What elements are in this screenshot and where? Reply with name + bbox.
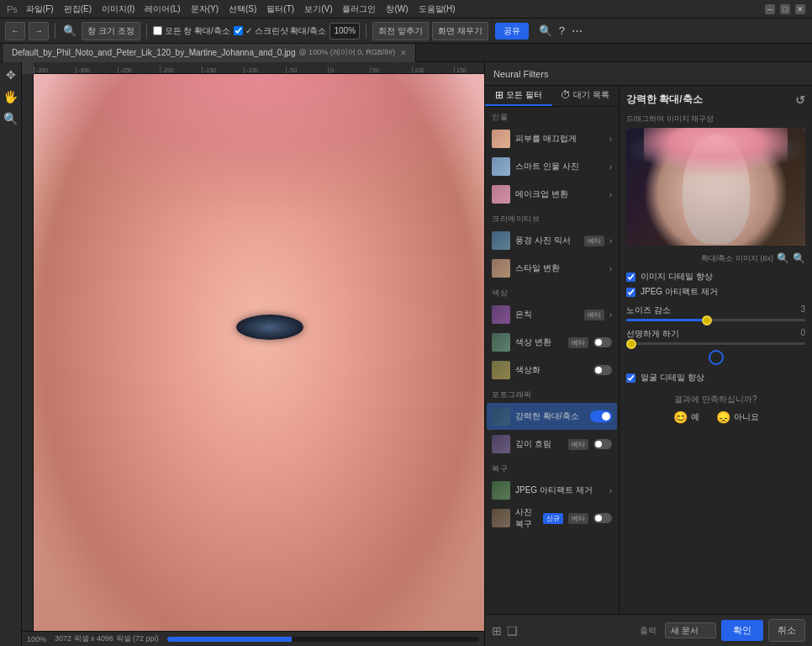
checkbox-image-detail-input[interactable] bbox=[626, 273, 635, 282]
prev-frame-button[interactable]: 최전 앞추기 bbox=[372, 22, 429, 40]
close-button[interactable]: ✕ bbox=[795, 4, 805, 14]
badge-new-restore: 신규 bbox=[543, 513, 563, 524]
filter-thumb-style bbox=[492, 259, 510, 278]
canvas-dimensions: 3072 픽셀 x 4096 픽셀 (72 ppi) bbox=[55, 633, 159, 644]
filter-style-transfer[interactable]: 스타일 변환 › bbox=[487, 255, 617, 282]
menu-text[interactable]: 문자(Y) bbox=[191, 3, 219, 15]
back-button[interactable]: ← bbox=[5, 22, 25, 40]
layers-icon[interactable]: ⊞ bbox=[492, 624, 502, 638]
stack-icon[interactable]: ❑ bbox=[507, 624, 518, 638]
filter-thumb-jpeg bbox=[492, 481, 510, 500]
ruler-horizontal: -350 -300 -250 -200 -150 -100 -50 0 50 1… bbox=[34, 62, 484, 74]
menu-bar[interactable]: 파일(F) 편집(E) 이미지(I) 레이어(L) 문자(Y) 선택(S) 필터… bbox=[26, 3, 456, 15]
fit-window-button[interactable]: 창 크기 조정 bbox=[82, 22, 140, 40]
detail-slider-track[interactable] bbox=[626, 342, 805, 345]
checkbox-jpeg-remove[interactable]: JPEG 아티팩트 제거 bbox=[626, 286, 805, 298]
forward-button[interactable]: → bbox=[29, 22, 49, 40]
detail-value: 0 bbox=[800, 328, 805, 340]
zoom-level: 100% bbox=[27, 635, 46, 643]
search-icon[interactable]: 🔍 bbox=[537, 23, 554, 39]
output-label: 출력 bbox=[640, 625, 656, 637]
tab-waiting[interactable]: ⏱ 대기 목록 bbox=[552, 86, 620, 106]
noise-slider-track[interactable] bbox=[626, 319, 805, 321]
filter-skin-smooth[interactable]: 피부를 매끄럽게 › bbox=[487, 125, 617, 152]
checkbox-jpeg-input[interactable] bbox=[626, 288, 635, 297]
tab-filename: Default_by_Phil_Noto_and_Peter_Lik_120_b… bbox=[12, 48, 295, 57]
next-frame-button[interactable]: 화면 재우기 bbox=[432, 22, 488, 40]
confirm-button[interactable]: 확인 bbox=[721, 620, 763, 641]
toolbar-separator-3 bbox=[366, 24, 366, 39]
satisfaction-yes[interactable]: 😊 예 bbox=[673, 410, 699, 424]
menu-view[interactable]: 보기(V) bbox=[304, 3, 332, 15]
filter-smart-portrait[interactable]: 스마트 인물 사진 › bbox=[487, 153, 617, 180]
menu-image[interactable]: 이미지(I) bbox=[102, 3, 134, 15]
noise-slider-thumb[interactable] bbox=[702, 315, 712, 326]
zoom-icon: 🔍 bbox=[61, 23, 78, 39]
screenshot-checkbox[interactable] bbox=[234, 26, 243, 35]
filter-harmonization[interactable]: 은칙 베타 › bbox=[487, 301, 617, 328]
show-all-checkbox[interactable] bbox=[153, 26, 162, 35]
filter-landscape-mix[interactable]: 풍경 사진 믹서 베타 › bbox=[487, 227, 617, 254]
filter-depth-blur[interactable]: 깊이 흐림 베타 bbox=[487, 431, 617, 458]
zoom-percent-input[interactable] bbox=[330, 23, 360, 40]
circle-indicator[interactable] bbox=[709, 350, 724, 365]
help-icon[interactable]: ? bbox=[557, 23, 567, 39]
toggle-depth[interactable] bbox=[593, 439, 612, 449]
output-select[interactable]: 새 문서 bbox=[665, 622, 716, 638]
zoom-out-icon[interactable]: 🔍 bbox=[777, 252, 789, 264]
window-controls[interactable]: ─ □ ✕ bbox=[765, 4, 805, 14]
filter-colorize[interactable]: 색상화 bbox=[487, 357, 617, 384]
satisfaction-no[interactable]: 😞 아니요 bbox=[716, 410, 759, 424]
checkbox-image-detail[interactable]: 이미지 디테일 향상 bbox=[626, 271, 805, 283]
menu-filter[interactable]: 필터(T) bbox=[266, 3, 294, 15]
checkbox-face-detail[interactable]: 얼굴 디테일 향상 bbox=[626, 372, 805, 384]
filter-thumb-landscape bbox=[492, 231, 510, 250]
tab-close-icon[interactable]: ✕ bbox=[400, 49, 407, 57]
filter-super-zoom[interactable]: 강력한 확대/축소 bbox=[487, 403, 617, 430]
filter-photo-restore[interactable]: 사진 복구 신규 베타 bbox=[487, 505, 617, 532]
toggle-zoom[interactable] bbox=[590, 410, 612, 422]
filter-makeup[interactable]: 메이크업 변환 › bbox=[487, 181, 617, 208]
minimize-button[interactable]: ─ bbox=[765, 4, 775, 14]
emoji-no: 😞 bbox=[716, 410, 730, 424]
menu-help[interactable]: 도움말(H) bbox=[419, 3, 456, 15]
detail-slider-thumb[interactable] bbox=[626, 339, 636, 349]
main-area: ✥ 🖐 🔍 -350 -300 -250 -200 -150 -100 -50 … bbox=[0, 62, 812, 646]
noise-slider-group: 노이즈 감소 3 bbox=[626, 304, 805, 321]
menu-file[interactable]: 파일(F) bbox=[26, 3, 54, 15]
maximize-button[interactable]: □ bbox=[780, 4, 790, 14]
share-button[interactable]: 공유 bbox=[495, 23, 529, 40]
ruler-tick: 0 bbox=[328, 66, 370, 74]
document-tab[interactable]: Default_by_Phil_Noto_and_Peter_Lik_120_b… bbox=[3, 44, 416, 62]
settings-icon[interactable]: ⋯ bbox=[570, 23, 584, 39]
ruler-tick: -50 bbox=[286, 66, 328, 74]
filter-label-restore: 사진 복구 bbox=[515, 506, 538, 530]
toggle-color2[interactable] bbox=[593, 337, 612, 347]
toggle-colorize[interactable] bbox=[593, 365, 612, 375]
zoom-tool[interactable]: 🔍 bbox=[2, 109, 20, 128]
zoom-in-icon[interactable]: 🔍 bbox=[793, 252, 805, 264]
tab-all-filters[interactable]: ⊞ 모든 필터 bbox=[485, 86, 552, 106]
filter-jpeg-remove[interactable]: JPEG 아티팩트 제거 › bbox=[487, 477, 617, 504]
toggle-restore[interactable] bbox=[593, 513, 612, 523]
menu-window[interactable]: 창(W) bbox=[386, 3, 408, 15]
toggle-knob-restore bbox=[595, 515, 602, 522]
cancel-button[interactable]: 취소 bbox=[768, 619, 805, 642]
screenshot-check[interactable]: ✓ 스크린샷 확대/축소 bbox=[234, 25, 326, 37]
filter-color-transfer[interactable]: 색상 변환 베타 bbox=[487, 329, 617, 356]
checkbox-face-detail-input[interactable] bbox=[626, 373, 635, 383]
ruler-tick: 150 bbox=[454, 66, 484, 74]
canvas-content[interactable] bbox=[34, 74, 484, 646]
menu-layer[interactable]: 레이어(L) bbox=[145, 3, 180, 15]
title-bar-left: Ps 파일(F) 편집(E) 이미지(I) 레이어(L) 문자(Y) 선택(S)… bbox=[7, 3, 455, 15]
move-tool[interactable]: ✥ bbox=[2, 66, 20, 84]
show-all-check[interactable]: 모든 창 확대/축소 bbox=[153, 25, 230, 37]
menu-plugins[interactable]: 플러그인 bbox=[342, 3, 376, 15]
toggle-knob-depth bbox=[595, 441, 602, 447]
reset-icon[interactable]: ↺ bbox=[795, 93, 805, 107]
menu-edit[interactable]: 편집(E) bbox=[64, 3, 92, 15]
tab-waiting-label: 대기 목록 bbox=[573, 89, 609, 101]
hand-tool[interactable]: 🖐 bbox=[2, 87, 20, 106]
menu-select[interactable]: 선택(S) bbox=[229, 3, 256, 15]
filter-thumb-depth bbox=[492, 435, 510, 453]
